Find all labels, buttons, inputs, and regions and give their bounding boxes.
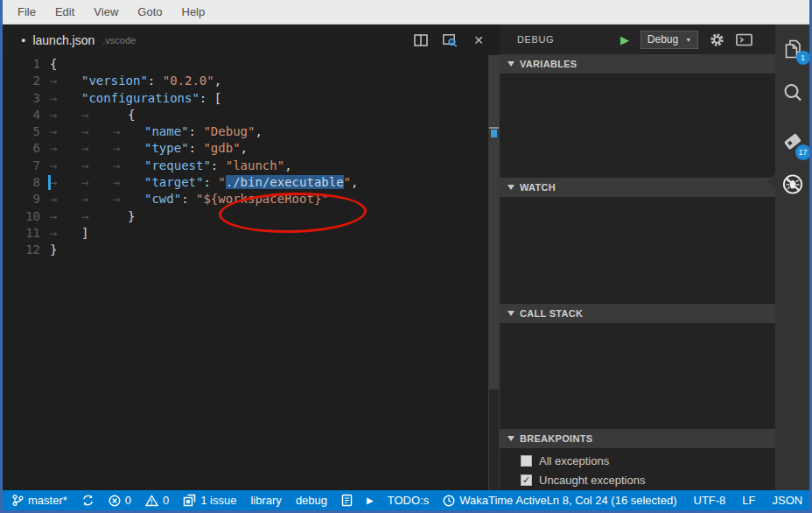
tab-whitespace-icon: → xyxy=(50,158,81,174)
code-line[interactable]: 1{ xyxy=(3,56,500,73)
encoding-status[interactable]: UTF-8 xyxy=(694,494,726,507)
section-header-breakpoints[interactable]: BREAKPOINTS xyxy=(500,429,775,448)
menu-item-edit[interactable]: Edit xyxy=(46,2,84,22)
tab-whitespace-icon: → xyxy=(50,123,81,140)
explorer-icon[interactable]: 1 xyxy=(781,38,804,60)
line-number[interactable]: 7 xyxy=(3,158,40,174)
code-token: "gdb" xyxy=(203,141,240,155)
activity-bar: 1 17 xyxy=(775,25,809,490)
code-line[interactable]: 5→→→"name": "Debug", xyxy=(3,123,500,140)
code-token: , xyxy=(351,175,358,189)
breakpoint-item-all-exceptions[interactable]: All exceptions xyxy=(500,451,775,470)
task-debug[interactable]: debug xyxy=(296,494,327,507)
tab-whitespace-icon: → xyxy=(81,140,113,157)
tab-whitespace-icon: → xyxy=(81,191,113,207)
section-header-variables[interactable]: VARIABLES xyxy=(500,54,775,74)
git-branch-status[interactable]: master* xyxy=(11,494,67,507)
line-content: →"configurations": [ xyxy=(40,90,221,107)
tab-whitespace-icon: → xyxy=(81,208,113,225)
line-number[interactable]: 5 xyxy=(3,123,40,140)
wakatime-status[interactable]: WakaTime Active xyxy=(443,494,546,507)
close-tab-icon[interactable]: ✕ xyxy=(470,32,487,49)
debug-config-dropdown[interactable]: Debug ▼ xyxy=(640,31,698,49)
tab-whitespace-icon: → xyxy=(50,107,81,123)
todo-file-status[interactable] xyxy=(341,494,353,507)
line-number[interactable]: 8 xyxy=(3,174,40,191)
branch-name: master* xyxy=(28,494,67,507)
sync-button[interactable] xyxy=(81,494,94,507)
tab-whitespace-icon: → xyxy=(50,140,81,157)
code-token: "name" xyxy=(144,124,189,138)
code-line[interactable]: 2→"version": "0.2.0", xyxy=(3,73,500,89)
open-preview-icon[interactable] xyxy=(441,32,458,49)
tab-bar: ● launch.json .vscode ✕ xyxy=(3,25,500,55)
breakpoint-item-uncaught-exceptions[interactable]: ✓Uncaught exceptions xyxy=(500,470,775,489)
cursor-position-status[interactable]: Ln 8, Col 24 (16 selected) xyxy=(547,494,677,507)
section-header-watch[interactable]: WATCH xyxy=(500,178,775,197)
modified-dot-icon: ● xyxy=(21,36,25,45)
line-content: } xyxy=(40,242,57,258)
line-number[interactable]: 12 xyxy=(3,242,40,258)
overview-selection-marker xyxy=(491,130,497,137)
start-debug-button[interactable]: ▶ xyxy=(620,34,629,46)
debug-icon[interactable] xyxy=(781,172,804,195)
eol-status[interactable]: LF xyxy=(742,494,755,507)
line-number[interactable]: 10 xyxy=(3,208,40,225)
error-icon xyxy=(108,495,121,507)
checkbox-unchecked[interactable] xyxy=(521,455,532,467)
language-mode-status[interactable]: JSON xyxy=(773,494,803,507)
menu-item-view[interactable]: View xyxy=(84,2,128,22)
section-title: WATCH xyxy=(520,182,556,193)
menu-item-help[interactable]: Help xyxy=(172,2,215,22)
line-number[interactable]: 4 xyxy=(3,107,40,123)
code-line[interactable]: 7→→→"request": "launch", xyxy=(3,158,500,174)
warning-count[interactable]: 0 xyxy=(145,494,169,507)
git-icon[interactable]: 17 xyxy=(781,130,804,153)
line-number[interactable]: 1 xyxy=(3,56,40,73)
code-editor[interactable]: 1{2→"version": "0.2.0",3→"configurations… xyxy=(3,55,500,490)
tab-whitespace-icon: → xyxy=(113,191,144,207)
line-number[interactable]: 9 xyxy=(3,191,40,207)
split-editor-icon[interactable] xyxy=(412,32,430,49)
section-header-call-stack[interactable]: CALL STACK xyxy=(500,304,775,323)
debug-panel-title: DEBUG xyxy=(517,34,554,45)
search-icon[interactable] xyxy=(781,81,804,104)
tab-launch-json[interactable]: ● launch.json .vscode xyxy=(3,25,144,55)
debug-console-icon[interactable] xyxy=(736,33,752,46)
gear-icon[interactable] xyxy=(710,32,724,47)
checkbox-checked[interactable]: ✓ xyxy=(521,474,532,486)
line-number[interactable]: 2 xyxy=(3,73,40,89)
warning-icon xyxy=(145,495,158,507)
run-todo-button[interactable]: ▶ xyxy=(367,495,374,505)
tab-whitespace-icon: → xyxy=(50,191,81,207)
scrollbar-thumb[interactable] xyxy=(489,55,499,390)
eol-label: LF xyxy=(742,494,755,507)
menu-item-file[interactable]: File xyxy=(8,2,46,22)
collapse-twistie-icon xyxy=(508,311,514,316)
warning-count-value: 0 xyxy=(163,494,169,507)
line-content: →→→"target": "./bin/executable", xyxy=(40,174,358,191)
issues-icon xyxy=(183,494,196,507)
menu-item-goto[interactable]: Goto xyxy=(128,2,172,22)
line-number[interactable]: 11 xyxy=(3,225,40,242)
code-line[interactable]: 12} xyxy=(3,242,500,258)
code-token: : xyxy=(203,175,218,189)
error-count[interactable]: 0 xyxy=(108,494,131,507)
editor-scrollbar[interactable] xyxy=(488,55,500,490)
clock-icon xyxy=(443,495,455,507)
play-icon: ▶ xyxy=(367,495,374,505)
tab-whitespace-icon: → xyxy=(81,158,113,174)
task-library[interactable]: library xyxy=(250,494,281,507)
tab-whitespace-icon: → xyxy=(113,158,144,174)
code-token: : xyxy=(211,158,226,172)
line-number[interactable]: 6 xyxy=(3,140,40,157)
issues-status[interactable]: 1 issue xyxy=(183,494,236,507)
code-line[interactable]: 4→→{ xyxy=(3,107,500,123)
section-title: VARIABLES xyxy=(520,59,577,69)
error-count-value: 0 xyxy=(125,494,131,507)
code-line[interactable]: 8→→→"target": "./bin/executable", xyxy=(3,174,500,191)
todos-status[interactable]: TODO:s xyxy=(388,494,429,507)
code-line[interactable]: 3→"configurations": [ xyxy=(3,90,500,107)
code-line[interactable]: 6→→→"type": "gdb", xyxy=(3,140,500,157)
line-number[interactable]: 3 xyxy=(3,90,40,107)
